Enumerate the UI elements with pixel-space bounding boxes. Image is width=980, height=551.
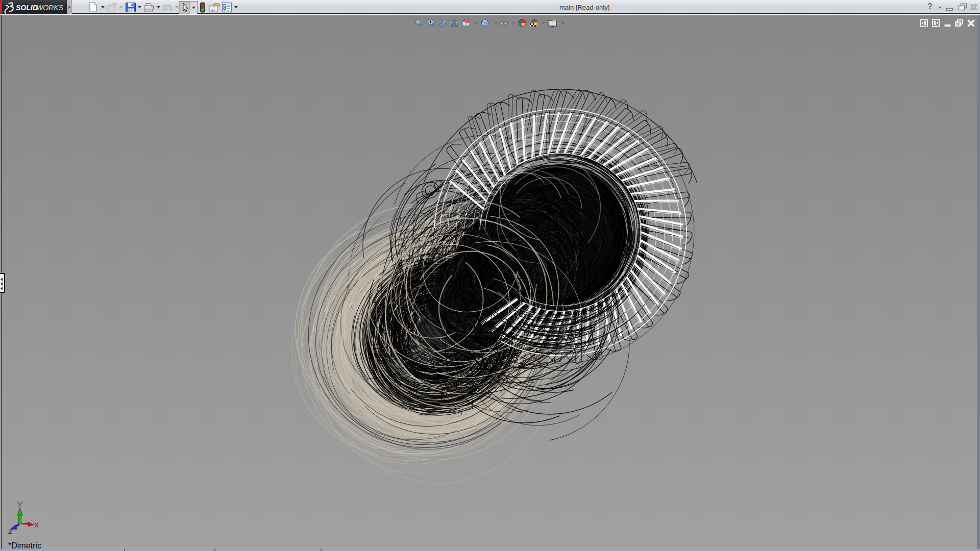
svg-text:SOLID: SOLID	[16, 4, 38, 12]
svg-text:WORKS: WORKS	[36, 4, 64, 12]
